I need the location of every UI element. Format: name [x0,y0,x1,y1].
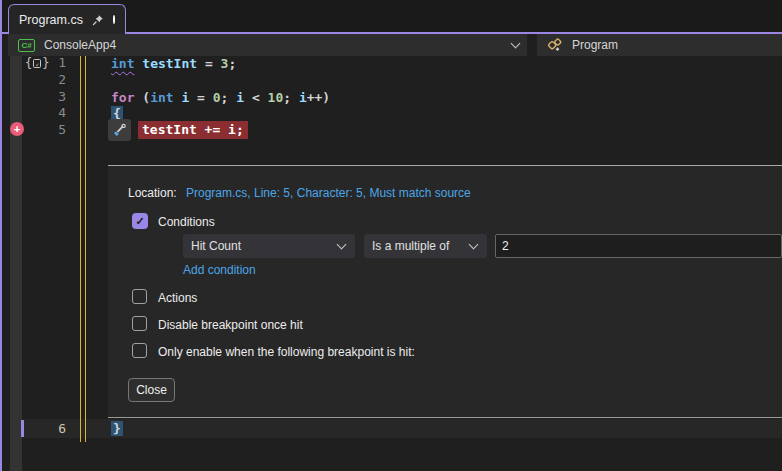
screwdriver-icon [112,123,127,138]
symbol-name: Program [572,38,618,52]
condition-operator-dropdown[interactable]: Is a multiple of [364,234,487,258]
actions-checkbox[interactable] [132,289,147,304]
navbar-symbol-dropdown[interactable]: Program [537,34,782,56]
disable-once-hit-label: Disable breakpoint once hit [158,318,303,332]
unsaved-changes-dot[interactable] [113,15,115,24]
window-accent-border [0,0,2,471]
line-number-2: 2 [26,72,66,87]
close-brace: } [111,421,123,436]
tab-program-cs[interactable]: Program.cs [8,4,126,34]
disable-once-hit-checkbox[interactable] [132,316,147,331]
condition-value-input[interactable] [495,234,782,258]
caret-line-marker [21,420,24,437]
only-enable-label: Only enable when the following breakpoin… [158,345,415,359]
breakpoint-margin[interactable] [10,56,22,471]
conditional-breakpoint-icon[interactable]: + [10,122,24,136]
chevron-down-icon [469,240,479,250]
line-number-1: 1 [26,55,66,70]
code-line-1[interactable]: int testInt = 3; [111,55,236,72]
add-condition-link[interactable]: Add condition [183,263,256,277]
only-enable-checkbox[interactable] [132,343,147,358]
pin-icon[interactable] [92,14,104,26]
code-line-3[interactable]: for (int i = 0; i < 10; i++) [111,89,330,106]
location-label: Location: [128,186,177,200]
breakpoint-settings-window: Location: Program.cs, Line: 5, Character… [108,165,782,418]
breakpoint-statement[interactable]: testInt += i; [138,121,248,139]
chevron-down-icon [337,240,347,250]
conditions-checkbox[interactable]: ✓ [132,213,148,229]
project-name: ConsoleApp4 [44,38,116,52]
current-line-highlight [22,419,782,438]
line-number-6: 6 [26,421,66,436]
condition-type-dropdown[interactable]: Hit Count [183,234,355,258]
code-line-6[interactable]: } [111,420,123,437]
conditions-label: Conditions [158,215,215,229]
actions-label: Actions [158,291,197,305]
line-number-3: 3 [26,89,66,104]
breakpoint-settings-adornment[interactable] [108,119,131,141]
close-button[interactable]: Close [128,378,175,402]
navbar-project-dropdown[interactable]: C# ConsoleApp4 [8,34,527,56]
class-icon [547,38,563,53]
tab-title: Program.cs [19,13,83,27]
track-changes-bar [80,56,86,442]
location-link[interactable]: Program.cs, Line: 5, Character: 5, Must … [186,186,471,200]
csharp-project-icon: C# [18,39,35,52]
chevron-down-icon [511,39,521,49]
line-number-4: 4 [26,105,66,120]
line-number-5: 5 [26,122,66,137]
